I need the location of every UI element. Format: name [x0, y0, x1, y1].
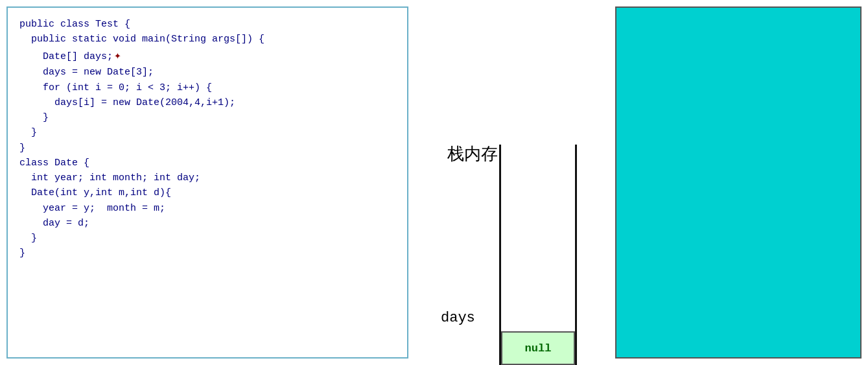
- code-line-8: }: [19, 125, 395, 140]
- heap-box: [615, 6, 862, 359]
- code-line-7: }: [19, 110, 395, 125]
- code-line-15: }: [19, 231, 395, 246]
- star-icon: ✦: [114, 47, 121, 65]
- code-line-3: Date[] days;✦: [19, 47, 395, 65]
- code-line-6: days[i] = new Date(2004,4,i+1);: [19, 95, 395, 110]
- code-line-10: class Date {: [19, 156, 395, 171]
- code-line-14: day = d;: [19, 216, 395, 231]
- code-line-2: public static void main(String args[]) {: [19, 32, 395, 47]
- days-label: days: [441, 310, 475, 326]
- stack-label: 栈内存: [447, 143, 498, 165]
- code-line-4: days = new Date[3];: [19, 65, 395, 80]
- code-line-16: }: [19, 246, 395, 261]
- code-line-1: public class Test {: [19, 17, 395, 32]
- code-line-11: int year; int month; int day;: [19, 171, 395, 185]
- code-line-5: for (int i = 0; i < 3; i++) {: [19, 80, 395, 95]
- null-text: null: [525, 342, 552, 355]
- null-cell: null: [501, 331, 575, 365]
- code-line-9: }: [19, 141, 395, 156]
- code-line-13: year = y; month = m;: [19, 201, 395, 216]
- diagram-area: 堆内存 栈内存 null days: [408, 0, 868, 365]
- code-panel: public class Test { public static void m…: [6, 6, 408, 359]
- code-line-12: Date(int y,int m,int d){: [19, 185, 395, 200]
